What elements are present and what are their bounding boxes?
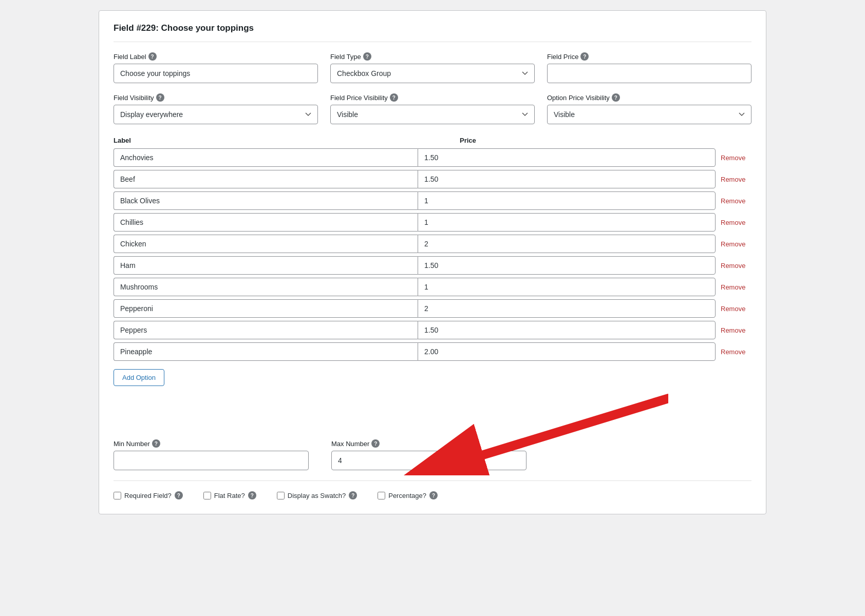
field-editor-card: Field #229: Choose your toppings Field L…: [99, 10, 766, 514]
option-row: Remove: [114, 321, 751, 339]
percentage-help-icon[interactable]: ?: [429, 491, 438, 499]
field-price-label: Field Price ?: [547, 52, 751, 61]
option-label-input[interactable]: [114, 148, 418, 167]
option-price-input[interactable]: [418, 148, 716, 167]
divider: [114, 480, 751, 481]
field-price-visibility-select[interactable]: Visible Hidden: [330, 105, 535, 124]
option-label-input[interactable]: [114, 213, 418, 232]
label-column-header: Label: [114, 137, 454, 144]
max-number-group: Max Number ?: [331, 439, 537, 470]
checkboxes-row: Required Field? ? Flat Rate? ? Display a…: [114, 491, 751, 499]
field-type-label: Field Type ?: [330, 52, 535, 61]
remove-button[interactable]: Remove: [716, 154, 751, 162]
remove-button[interactable]: Remove: [716, 197, 751, 205]
required-field-checkbox[interactable]: [114, 492, 121, 499]
required-field-help-icon[interactable]: ?: [175, 491, 183, 499]
required-field-checkbox-item: Required Field? ?: [114, 491, 183, 499]
field-price-visibility-help-icon[interactable]: ?: [390, 93, 398, 102]
option-label-input[interactable]: [114, 256, 418, 275]
option-row: Remove: [114, 191, 751, 210]
field-type-help-icon[interactable]: ?: [363, 52, 371, 61]
display-as-swatch-checkbox-item: Display as Swatch? ?: [277, 491, 357, 499]
row-visibility: Field Visibility ? Display everywhere Hi…: [114, 93, 751, 124]
option-price-input[interactable]: [418, 256, 716, 275]
field-label-label: Field Label ?: [114, 52, 318, 61]
option-price-visibility-group: Option Price Visibility ? Visible Hidden: [547, 93, 751, 124]
max-number-input[interactable]: [331, 451, 526, 470]
option-label-input[interactable]: [114, 342, 418, 361]
min-number-group: Min Number ?: [114, 439, 319, 470]
remove-button[interactable]: Remove: [716, 219, 751, 226]
option-price-visibility-label: Option Price Visibility ?: [547, 93, 751, 102]
option-row: Remove: [114, 342, 751, 361]
remove-button[interactable]: Remove: [716, 176, 751, 183]
remove-button[interactable]: Remove: [716, 283, 751, 291]
min-number-input[interactable]: [114, 451, 309, 470]
max-number-label: Max Number ?: [331, 439, 537, 448]
option-row: Remove: [114, 278, 751, 296]
max-number-help-icon[interactable]: ?: [371, 439, 380, 448]
field-type-select[interactable]: Checkbox Group Text Select Radio Group: [330, 64, 535, 83]
field-label-group: Field Label ?: [114, 52, 318, 83]
option-price-input[interactable]: [418, 278, 716, 296]
flat-rate-help-icon[interactable]: ?: [248, 491, 256, 499]
field-price-visibility-label: Field Price Visibility ?: [330, 93, 535, 102]
option-label-input[interactable]: [114, 170, 418, 188]
field-visibility-group: Field Visibility ? Display everywhere Hi…: [114, 93, 318, 124]
display-as-swatch-help-icon[interactable]: ?: [349, 491, 357, 499]
option-label-input[interactable]: [114, 235, 418, 253]
option-label-input[interactable]: [114, 278, 418, 296]
option-price-input[interactable]: [418, 170, 716, 188]
flat-rate-checkbox[interactable]: [203, 492, 211, 499]
option-row: Remove: [114, 170, 751, 188]
field-price-visibility-group: Field Price Visibility ? Visible Hidden: [330, 93, 535, 124]
row-field-basics: Field Label ? Field Type ? Checkbox Grou…: [114, 52, 751, 83]
option-price-input[interactable]: [418, 321, 716, 339]
option-price-visibility-help-icon[interactable]: ?: [612, 93, 620, 102]
field-label-input[interactable]: [114, 64, 318, 83]
field-visibility-label: Field Visibility ?: [114, 93, 318, 102]
min-number-label: Min Number ?: [114, 439, 319, 448]
field-label-help-icon[interactable]: ?: [148, 52, 157, 61]
option-price-input[interactable]: [418, 342, 716, 361]
option-row: Remove: [114, 213, 751, 232]
option-row: Remove: [114, 299, 751, 318]
option-label-input[interactable]: [114, 299, 418, 318]
field-price-help-icon[interactable]: ?: [580, 52, 589, 61]
field-price-input[interactable]: [547, 64, 751, 83]
price-column-header: Price: [454, 137, 751, 144]
field-visibility-select[interactable]: Display everywhere Hidden Admin only: [114, 105, 318, 124]
percentage-checkbox-item: Percentage? ?: [378, 491, 438, 499]
options-header: Label Price: [114, 134, 751, 148]
min-number-help-icon[interactable]: ?: [152, 439, 160, 448]
option-price-input[interactable]: [418, 235, 716, 253]
remove-button[interactable]: Remove: [716, 305, 751, 313]
percentage-checkbox[interactable]: [378, 492, 385, 499]
field-type-group: Field Type ? Checkbox Group Text Select …: [330, 52, 535, 83]
page-title: Field #229: Choose your toppings: [114, 23, 751, 42]
min-max-row: Min Number ? Max Number ?: [114, 439, 751, 470]
display-as-swatch-checkbox[interactable]: [277, 492, 285, 499]
remove-button[interactable]: Remove: [716, 240, 751, 248]
flat-rate-checkbox-item: Flat Rate? ?: [203, 491, 256, 499]
option-label-input[interactable]: [114, 321, 418, 339]
option-row: Remove: [114, 235, 751, 253]
option-label-input[interactable]: [114, 191, 418, 210]
options-table: Label Price Remove Remove Remove Remove: [114, 134, 751, 361]
field-price-group: Field Price ?: [547, 52, 751, 83]
option-row: Remove: [114, 256, 751, 275]
remove-button[interactable]: Remove: [716, 348, 751, 356]
option-price-visibility-select[interactable]: Visible Hidden: [547, 105, 751, 124]
option-row: Remove: [114, 148, 751, 167]
field-visibility-help-icon[interactable]: ?: [156, 93, 164, 102]
remove-button[interactable]: Remove: [716, 326, 751, 334]
add-option-button[interactable]: Add Option: [114, 369, 164, 386]
remove-button[interactable]: Remove: [716, 262, 751, 270]
option-price-input[interactable]: [418, 299, 716, 318]
option-price-input[interactable]: [418, 191, 716, 210]
option-price-input[interactable]: [418, 213, 716, 232]
